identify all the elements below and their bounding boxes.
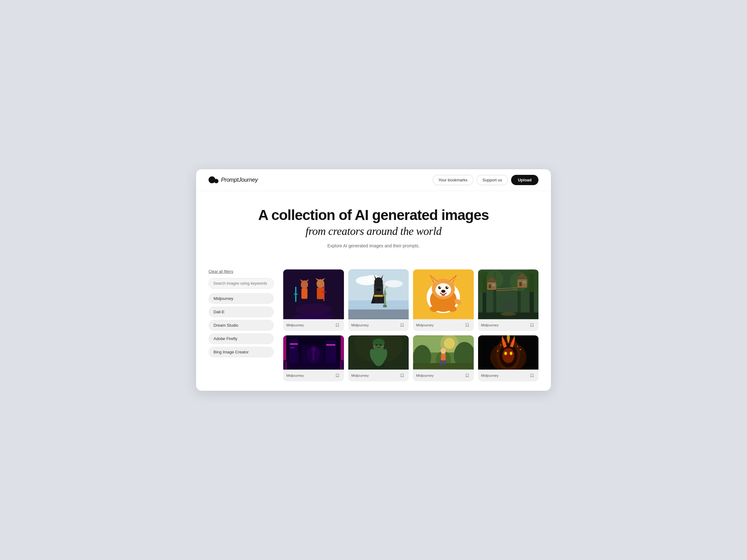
- svg-point-2: [301, 281, 308, 289]
- svg-rect-115: [413, 363, 474, 369]
- svg-rect-31: [375, 297, 378, 303]
- card-label: Midjourney: [352, 323, 369, 327]
- card-label: Midjourney: [352, 374, 369, 377]
- image-neon: [283, 336, 344, 370]
- svg-point-80: [500, 312, 516, 316]
- svg-point-15: [307, 285, 308, 286]
- svg-point-30: [376, 289, 381, 291]
- card-label: Midjourney: [481, 374, 499, 377]
- svg-rect-35: [383, 305, 387, 308]
- support-button[interactable]: Support us: [476, 175, 508, 185]
- bookmark-button[interactable]: [464, 322, 471, 328]
- image-card[interactable]: Midjourney: [283, 336, 344, 381]
- svg-rect-87: [326, 340, 336, 363]
- bookmark-button[interactable]: [399, 322, 406, 328]
- hero-description: Explore AI generated images and their pr…: [209, 243, 538, 248]
- svg-rect-72: [492, 284, 495, 286]
- svg-point-16: [309, 282, 309, 283]
- hero-subtitle: from creators around the world: [209, 224, 538, 238]
- filter-dream-studio[interactable]: Dream Studio: [209, 320, 274, 331]
- svg-rect-33: [384, 294, 386, 306]
- logo-suffix: Journey: [238, 177, 258, 183]
- bookmarks-button[interactable]: Your bookmarks: [433, 175, 473, 185]
- svg-point-133: [494, 355, 495, 356]
- svg-rect-29: [374, 295, 383, 297]
- image-card[interactable]: Midjourney: [413, 269, 474, 331]
- hero-title: A collection of AI generated images: [209, 207, 538, 223]
- card-footer: Midjourney: [413, 370, 474, 381]
- bookmark-button[interactable]: [399, 372, 406, 379]
- svg-point-124: [502, 348, 514, 364]
- svg-rect-76: [522, 281, 526, 284]
- svg-rect-12: [324, 284, 324, 301]
- logo[interactable]: PromptJourney: [209, 177, 258, 183]
- image-corgi: [413, 269, 474, 319]
- svg-point-52: [440, 287, 441, 288]
- image-treehouse: [478, 269, 539, 319]
- filter-dall-e[interactable]: Dall-E: [209, 306, 274, 317]
- hero-section: A collection of AI generated images from…: [196, 191, 551, 261]
- filter-bing-image-creator[interactable]: Bing Image Creator: [209, 347, 274, 357]
- image-grid-container: Midjourney: [283, 269, 538, 381]
- image-card[interactable]: Midjourney: [348, 336, 409, 381]
- image-card[interactable]: Midjourney: [413, 336, 474, 381]
- svg-rect-91: [326, 344, 335, 346]
- svg-rect-85: [289, 339, 298, 364]
- svg-point-134: [523, 352, 523, 353]
- main-content: Clear all filters Midjourney Dall-E Drea…: [196, 261, 551, 391]
- svg-point-18: [318, 287, 318, 287]
- svg-point-8: [316, 279, 324, 288]
- browser-window: PromptJourney Your bookmarks Support us …: [196, 169, 551, 391]
- image-card[interactable]: Midjourney: [283, 269, 344, 331]
- svg-point-111: [444, 338, 455, 349]
- upload-button[interactable]: Upload: [511, 175, 538, 185]
- card-label: Midjourney: [416, 323, 434, 327]
- card-footer: Midjourney: [283, 370, 344, 381]
- logo-name: Prompt: [221, 177, 238, 183]
- svg-rect-75: [519, 282, 522, 286]
- svg-rect-90: [290, 348, 294, 348]
- svg-point-127: [505, 352, 507, 355]
- image-outdoor: [413, 336, 474, 370]
- image-card[interactable]: Midjourney: [478, 336, 539, 381]
- svg-point-17: [319, 284, 320, 284]
- svg-point-56: [430, 306, 438, 312]
- clear-filters-link[interactable]: Clear all filters: [209, 269, 274, 274]
- logo-icon: [209, 177, 218, 183]
- filter-adobe-firefly[interactable]: Adobe Firefly: [209, 333, 274, 344]
- svg-point-106: [376, 344, 378, 346]
- bookmark-button[interactable]: [464, 372, 471, 379]
- card-footer: Midjourney: [283, 319, 344, 331]
- svg-point-53: [447, 287, 448, 288]
- svg-point-130: [520, 349, 521, 350]
- card-footer: Midjourney: [478, 319, 539, 331]
- image-green-person: [348, 336, 409, 370]
- svg-point-94: [308, 345, 320, 363]
- svg-rect-118: [440, 361, 443, 365]
- bookmark-button[interactable]: [334, 372, 341, 379]
- search-input[interactable]: [209, 278, 274, 289]
- image-batman: [348, 269, 409, 319]
- svg-point-55: [441, 294, 445, 296]
- filter-midjourney[interactable]: Midjourney: [209, 293, 274, 304]
- svg-point-50: [438, 286, 441, 289]
- svg-point-57: [448, 306, 457, 312]
- sidebar: Clear all filters Midjourney Dall-E Drea…: [209, 269, 274, 381]
- svg-rect-119: [443, 361, 446, 365]
- image-card[interactable]: Midjourney: [478, 269, 539, 331]
- svg-rect-89: [290, 344, 298, 345]
- svg-rect-71: [489, 285, 491, 288]
- image-card[interactable]: Midjourney: [348, 269, 409, 331]
- card-label: Midjourney: [481, 323, 499, 327]
- bookmark-button[interactable]: [529, 322, 535, 328]
- image-grid: Midjourney: [283, 269, 538, 381]
- card-label: Midjourney: [286, 323, 304, 327]
- bookmark-button[interactable]: [529, 372, 535, 379]
- svg-rect-7: [294, 294, 298, 295]
- nav-actions: Your bookmarks Support us Upload: [433, 175, 538, 185]
- svg-point-129: [497, 350, 498, 351]
- bookmark-button[interactable]: [334, 322, 341, 328]
- svg-rect-13: [322, 292, 326, 293]
- svg-point-131: [500, 345, 501, 346]
- svg-rect-11: [317, 288, 324, 299]
